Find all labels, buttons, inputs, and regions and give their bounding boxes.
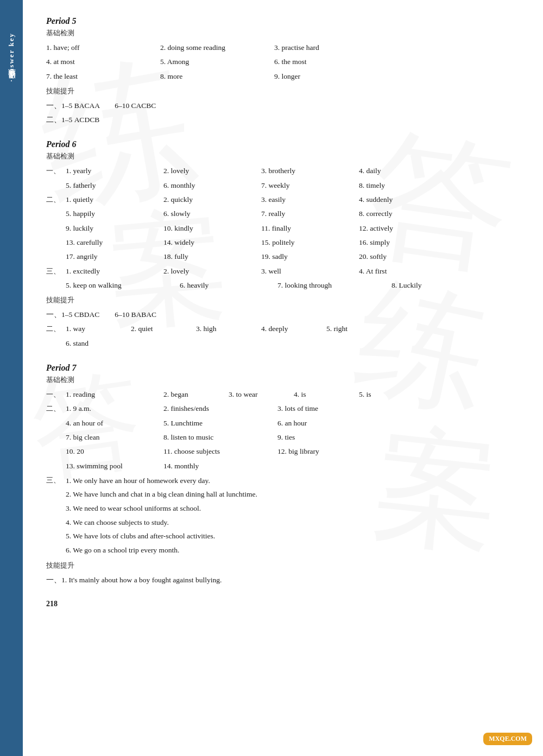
p6-1-r1c3: 3. brotherly (261, 164, 359, 177)
period5-skill-r1: 一、1–5 BACAA 6–10 CACBC (46, 99, 156, 112)
period5-r3c1: 7. the least (46, 70, 160, 83)
p7-2-r4c1: 10. 20 (66, 445, 163, 458)
p6-2-r4c3: 15. politely (261, 236, 359, 249)
p6-2-r1c1: 1. quietly (66, 193, 163, 206)
p7-2-r2c2: 5. Lunchtime (163, 417, 277, 430)
p6-2-r5c4: 20. softly (359, 250, 457, 263)
p7-3-s6: 6. We go on a school trip every month. (66, 543, 257, 557)
period6-one-row2: 5. fatherly 6. monthly 7. weekly 8. time… (46, 179, 521, 192)
p7-2-r4c3: 12. big library (277, 445, 392, 458)
p6-1-r2c4: 8. timely (359, 179, 457, 192)
p7-1-c5: 5. is (359, 388, 424, 401)
p6-2-r4c1: 13. carefully (66, 236, 163, 249)
sidebar-label: 课课练·Answer key (7, 33, 16, 85)
p6-3-r1c1: 1. excitedly (66, 265, 163, 278)
period5-basic-label: 基础检测 (46, 28, 521, 38)
period7-skill-label: 技能提升 (46, 561, 521, 570)
p7-1-c1: 1. reading (66, 388, 163, 401)
p7-2-r2c1: 4. an hour of (66, 417, 163, 430)
p7-2-r3c1: 7. big clean (66, 431, 163, 444)
p7-2-r2c3: 6. an hour (277, 417, 392, 430)
p7-2-r1c1: 1. 9 a.m. (66, 402, 163, 415)
period7-two-row5: 13. swimming pool 14. monthly (46, 460, 521, 473)
period6-block: Period 6 基础检测 一、 1. yearly 2. lovely 3. … (46, 139, 521, 350)
period6-three-row2: 5. keep on walking 6. heavily 7. looking… (46, 279, 521, 292)
p6-2-r1c3: 3. easily (261, 193, 359, 206)
period5-block: Period 5 基础检测 1. have; off 2. doing some… (46, 16, 521, 126)
period6-skill-label: 技能提升 (46, 295, 521, 305)
p7-3-s3: 3. We need to wear school uniforms at sc… (66, 501, 257, 516)
p6-2-r3c3: 11. finally (261, 222, 359, 235)
period6-one-row1: 一、 1. yearly 2. lovely 3. brotherly 4. d… (46, 164, 521, 177)
period5-r1c3: 3. practise hard (274, 41, 388, 54)
p7-2-r1c2: 2. finishes/ends (163, 402, 277, 415)
p7-1-c3: 3. to wear (229, 388, 294, 401)
period6-one-label: 一、 (46, 164, 66, 177)
p7-2-r3c3: 9. ties (277, 431, 392, 444)
period6-skill-two-row1: 二、 1. way 2. quiet 3. high 4. deeply 5. … (46, 322, 521, 335)
p7-3-s1: 1. We only have an hour of homework ever… (66, 474, 257, 488)
period5-skill-label: 技能提升 (46, 86, 521, 96)
p6-3-r2c3: 7. looking through (277, 279, 392, 292)
period5-skill-row2: 二、1–5 ACDCB (46, 113, 521, 126)
sidebar: 课课练·Answer key (0, 0, 23, 756)
period6-title: Period 6 (46, 139, 521, 149)
p6-1-r1c1: 1. yearly (66, 164, 163, 177)
period7-three-sentences: 1. We only have an hour of homework ever… (66, 474, 257, 557)
p7-2-r5c1: 13. swimming pool (66, 460, 163, 473)
p7-skill-one: 一、1. It's mainly about how a boy fought … (46, 574, 222, 587)
period5-skill-r2: 二、1–5 ACDCB (46, 113, 99, 126)
p6-2-r4c4: 16. simply (359, 236, 457, 249)
p6-1-r2c2: 6. monthly (163, 179, 261, 192)
p6-2-r4c2: 14. widely (163, 236, 261, 249)
period5-r1c1: 1. have; off (46, 41, 160, 54)
p7-3-s4: 4. We can choose subjects to study. (66, 516, 257, 530)
period5-r2c2: 5. Among (160, 55, 274, 68)
p6-1-r2c3: 7. weekly (261, 179, 359, 192)
p6-2-r5c1: 17. angrily (66, 250, 163, 263)
p7-1-c2: 2. began (163, 388, 229, 401)
period7-block: Period 7 基础检测 一、 1. reading 2. began 3. … (46, 363, 521, 587)
period5-r1c2: 2. doing some reading (160, 41, 274, 54)
period6-two-row1: 二、 1. quietly 2. quickly 3. easily 4. su… (46, 193, 521, 206)
p6-2-r5c2: 18. fully (163, 250, 261, 263)
p6-3-r1c3: 3. well (261, 265, 359, 278)
period7-two-row4: 10. 20 11. choose subjects 12. big libra… (46, 445, 521, 458)
p6-skill-one: 一、1–5 CBDAC 6–10 BABAC (46, 308, 156, 321)
period7-two-row3: 7. big clean 8. listen to music 9. ties (46, 431, 521, 444)
p6-2-r1c2: 2. quickly (163, 193, 261, 206)
p7-2-r4c2: 11. choose subjects (163, 445, 277, 458)
p7-3-s2: 2. We have lunch and chat in a big clean… (66, 487, 257, 501)
p6-2-r3c1: 9. luckily (66, 222, 163, 235)
main-content: Period 5 基础检测 1. have; off 2. doing some… (30, 0, 543, 625)
period6-two-row4: 13. carefully 14. widely 15. politely 16… (46, 236, 521, 249)
period5-row1: 1. have; off 2. doing some reading 3. pr… (46, 41, 521, 54)
period5-r3c3: 9. longer (274, 70, 388, 83)
period6-two-row3: 9. luckily 10. kindly 11. finally 12. ac… (46, 222, 521, 235)
bottom-logo: MXQE.COM (483, 733, 532, 745)
p6-2-r1c4: 4. suddenly (359, 193, 457, 206)
p6-s2-r1c1: 1. way (66, 322, 131, 335)
period6-three-label: 三、 (46, 265, 66, 277)
period6-two-row5: 17. angrily 18. fully 19. sadly 20. soft… (46, 250, 521, 263)
period7-three-header: 三、 1. We only have an hour of homework e… (46, 474, 521, 557)
p6-3-r2c2: 6. heavily (180, 279, 277, 292)
p6-1-r1c2: 2. lovely (163, 164, 261, 177)
period5-title: Period 5 (46, 16, 521, 26)
p6-s2-r1c2: 2. quiet (131, 322, 196, 335)
p6-3-r1c4: 4. At first (359, 265, 457, 278)
p7-3-s5: 5. We have lots of clubs and after-schoo… (66, 529, 257, 543)
p6-1-r1c4: 4. daily (359, 164, 457, 177)
period6-basic-label: 基础检测 (46, 151, 521, 161)
p6-s2-r1c3: 3. high (196, 322, 261, 335)
period6-skill-one: 一、1–5 CBDAC 6–10 BABAC (46, 308, 521, 321)
p6-3-r2c4: 8. Luckily (392, 279, 489, 292)
p6-2-r5c3: 19. sadly (261, 250, 359, 263)
period7-title: Period 7 (46, 363, 521, 373)
p6-s2-r1c5: 5. right (326, 322, 392, 335)
p6-2-r2c1: 5. happily (66, 207, 163, 220)
p6-1-r2c1: 5. fatherly (66, 179, 163, 192)
p6-2-r2c3: 7. really (261, 207, 359, 220)
period5-skill-row1: 一、1–5 BACAA 6–10 CACBC (46, 99, 521, 112)
p6-3-r2c1: 5. keep on walking (66, 279, 180, 292)
